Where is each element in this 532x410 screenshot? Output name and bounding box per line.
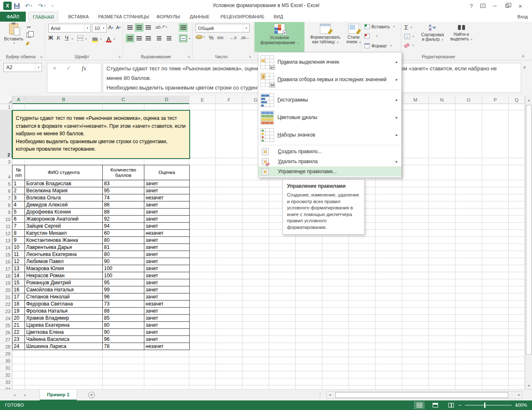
scroll-up-icon[interactable]: ▲ bbox=[526, 97, 532, 103]
row-header-34[interactable]: 34 bbox=[0, 385, 12, 389]
bold-button[interactable]: Ж bbox=[48, 35, 53, 41]
table-row[interactable]: 14Некрасов Роман100зачет bbox=[12, 272, 190, 279]
enter-button[interactable]: ✓ bbox=[62, 65, 76, 71]
tab-insert[interactable]: ВСТАВКА bbox=[64, 12, 93, 22]
orientation-button[interactable]: ab↗▾ bbox=[156, 24, 167, 30]
column-header-C[interactable]: C bbox=[103, 96, 144, 104]
table-cell[interactable]: незачет bbox=[144, 230, 190, 237]
table-cell[interactable]: зачет bbox=[144, 336, 190, 343]
scroll-left-icon[interactable]: ◂ bbox=[329, 393, 331, 397]
table-cell[interactable]: зачет bbox=[144, 223, 190, 230]
percent-style-button[interactable]: % bbox=[209, 35, 214, 41]
row-header-13[interactable]: 13 bbox=[0, 237, 12, 244]
table-row[interactable]: 19Фролова Наталья88зачет bbox=[12, 308, 190, 315]
sheet-tab-primer1[interactable]: Пример 1 bbox=[40, 390, 77, 400]
table-cell[interactable]: Самойлова Наталья bbox=[25, 286, 103, 293]
table-row[interactable]: 22Цветкова Елена90зачет bbox=[12, 329, 190, 336]
format-painter-button[interactable] bbox=[27, 42, 29, 45]
table-cell[interactable]: 22 bbox=[12, 329, 25, 336]
menu-item-data-bars[interactable]: Гистограммы▸ bbox=[258, 91, 401, 109]
table-cell[interactable]: зачет bbox=[144, 315, 190, 322]
horizontal-scroll-thumb[interactable] bbox=[335, 392, 508, 398]
table-row[interactable]: 15Романцов Дмитрий95зачет bbox=[12, 279, 190, 286]
normal-view-button[interactable] bbox=[414, 401, 425, 409]
row-header-5[interactable]: 5 bbox=[0, 180, 12, 187]
zoom-slider-thumb[interactable] bbox=[484, 403, 485, 408]
align-top-button[interactable] bbox=[126, 23, 134, 32]
row-header-22[interactable]: 22 bbox=[0, 301, 12, 308]
close-button[interactable]: × bbox=[515, 0, 526, 12]
align-bottom-button[interactable] bbox=[144, 23, 153, 32]
table-cell[interactable]: 80 bbox=[103, 237, 144, 244]
row-header-32[interactable]: 32 bbox=[0, 371, 12, 378]
cell-styles-button[interactable]: Стили ячеек ▾ bbox=[345, 22, 362, 52]
row-header-28[interactable]: 28 bbox=[0, 343, 12, 350]
tab-view[interactable]: ВИД bbox=[270, 12, 287, 22]
menu-item-clear-rules[interactable]: Удалить правила▸ bbox=[258, 157, 401, 166]
menu-item-manage-rules[interactable]: Управление правилами... bbox=[258, 166, 401, 176]
table-row[interactable]: 9Константинова Жанна80зачет bbox=[12, 237, 190, 244]
format-cells-button[interactable]: Формат▾ bbox=[364, 43, 392, 48]
column-header-N[interactable]: N bbox=[429, 96, 455, 104]
underline-button[interactable]: Ч bbox=[65, 35, 69, 41]
menu-item-top-bottom-rules[interactable]: ↑10Правила отбора первых и последних зна… bbox=[258, 71, 401, 88]
delete-cells-button[interactable]: ▾ bbox=[364, 34, 378, 39]
table-cell[interactable]: Храмов Владимир bbox=[25, 315, 103, 322]
format-as-table-button[interactable]: Форматировать как таблицу ▾ bbox=[306, 22, 344, 52]
sheet-next-icon[interactable]: ▸ bbox=[24, 393, 26, 397]
table-cell[interactable]: зачет bbox=[144, 187, 190, 194]
table-cell[interactable]: 85 bbox=[103, 315, 144, 322]
table-cell[interactable]: 19 bbox=[12, 308, 25, 315]
align-center-button[interactable] bbox=[135, 34, 144, 42]
column-header-E[interactable]: E bbox=[189, 96, 216, 104]
students-table[interactable]: № п/пФИО студентаКоличество балловОценка… bbox=[12, 165, 190, 350]
table-cell[interactable]: незачет bbox=[144, 301, 190, 308]
align-middle-button[interactable] bbox=[135, 23, 144, 32]
table-cell[interactable]: зачет bbox=[144, 237, 190, 244]
table-cell[interactable]: Константинова Жанна bbox=[25, 237, 103, 244]
sign-in-link[interactable]: Вход bbox=[517, 12, 528, 22]
column-header-B[interactable]: B bbox=[25, 96, 103, 104]
table-cell[interactable]: 80 bbox=[103, 251, 144, 258]
table-cell[interactable]: Любимов Павел bbox=[25, 258, 103, 265]
table-cell[interactable]: 11 bbox=[12, 251, 25, 258]
table-cell[interactable]: 18 bbox=[12, 301, 25, 308]
table-cell[interactable]: 10 bbox=[12, 244, 25, 251]
increase-indent-button[interactable] bbox=[165, 34, 173, 42]
table-row[interactable]: 2Веселкина Мария95зачет bbox=[12, 187, 190, 194]
table-cell[interactable]: 88 bbox=[103, 209, 144, 216]
table-row[interactable]: 24Шишкина Лариса78незачет bbox=[12, 343, 190, 350]
number-format-dropdown-icon[interactable]: ▾ bbox=[243, 24, 249, 32]
select-all-corner[interactable] bbox=[0, 96, 12, 104]
table-cell[interactable]: 8 bbox=[12, 230, 25, 237]
table-cell[interactable]: 73 bbox=[103, 301, 144, 308]
row-header-16[interactable]: 16 bbox=[0, 258, 12, 265]
menu-item-new-rule[interactable]: Создать правило... bbox=[258, 147, 401, 157]
tab-review[interactable]: РЕЦЕНЗИРОВАНИЕ bbox=[216, 12, 269, 22]
row-header-15[interactable]: 15 bbox=[0, 251, 12, 258]
row-header-1[interactable]: 1 bbox=[0, 104, 12, 110]
column-header-Q[interactable]: Q bbox=[509, 96, 525, 104]
table-cell[interactable]: 23 bbox=[12, 336, 25, 343]
row-header-7[interactable]: 7 bbox=[0, 194, 12, 201]
table-cell[interactable]: 74 bbox=[103, 194, 144, 201]
row-header-10[interactable]: 10 bbox=[0, 216, 12, 223]
horizontal-scrollbar[interactable]: ◂ ▸ bbox=[327, 391, 522, 399]
font-color-button[interactable]: А bbox=[105, 35, 112, 43]
menu-item-icon-sets[interactable]: Наборы значков▸ bbox=[258, 126, 401, 144]
number-format-select[interactable]: Общий▾ bbox=[195, 24, 250, 32]
table-cell[interactable]: Царева Екатерина bbox=[25, 322, 103, 329]
table-cell[interactable]: 92 bbox=[103, 216, 144, 223]
row-header-9[interactable]: 9 bbox=[0, 209, 12, 216]
font-name-dropdown-icon[interactable]: ▾ bbox=[84, 24, 90, 32]
row-header-29[interactable]: 29 bbox=[0, 350, 12, 357]
row-header-3[interactable]: 3 bbox=[0, 158, 12, 165]
table-cell[interactable]: зачет bbox=[144, 265, 190, 272]
table-cell[interactable]: 80 bbox=[103, 322, 144, 329]
table-cell[interactable]: Зайцев Сергей bbox=[25, 223, 103, 230]
row-header-27[interactable]: 27 bbox=[0, 336, 12, 343]
merge-center-button[interactable] bbox=[179, 34, 188, 42]
tab-data[interactable]: ДАННЫЕ bbox=[186, 12, 214, 22]
borders-dropdown-icon[interactable]: ▾ bbox=[85, 37, 87, 41]
table-cell[interactable]: 95 bbox=[103, 187, 144, 194]
